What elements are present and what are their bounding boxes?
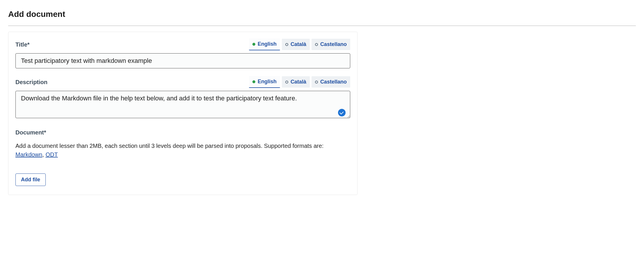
tab-english[interactable]: English	[249, 38, 280, 50]
tab-castellano[interactable]: Castellano	[312, 39, 350, 50]
markdown-link[interactable]: Markdown	[15, 151, 42, 158]
dot-empty-icon	[285, 43, 288, 46]
dot-empty-icon	[315, 81, 318, 84]
help-text-prefix: Add a document lesser than 2MB, each sec…	[15, 143, 323, 149]
dot-filled-icon	[252, 43, 255, 46]
help-text-sep: ,	[42, 151, 45, 158]
tab-english[interactable]: English	[249, 76, 280, 88]
tab-label: Català	[291, 40, 306, 48]
tab-label: English	[258, 78, 277, 86]
title-label: Title*	[15, 40, 30, 49]
document-label: Document*	[15, 128, 46, 137]
document-field-block: Document* Add a document lesser than 2MB…	[15, 128, 350, 186]
document-help-text: Add a document lesser than 2MB, each sec…	[15, 141, 350, 159]
title-field-block: Title* English Català Castellano	[15, 38, 350, 68]
description-input[interactable]	[15, 91, 350, 118]
description-language-tabs: English Català Castellano	[249, 76, 350, 88]
tab-label: Castellano	[320, 40, 347, 48]
dot-empty-icon	[285, 81, 288, 84]
title-label-row: Title* English Català Castellano	[15, 38, 350, 50]
dot-empty-icon	[315, 43, 318, 46]
page-title: Add document	[8, 8, 636, 20]
description-label: Description	[15, 78, 47, 86]
tab-catala[interactable]: Català	[282, 76, 310, 88]
add-file-button[interactable]: Add file	[15, 173, 46, 186]
form-card: Title* English Català Castellano	[8, 32, 358, 195]
tab-catala[interactable]: Català	[282, 39, 310, 50]
divider	[8, 26, 636, 26]
tab-label: Català	[291, 78, 306, 86]
title-input[interactable]	[15, 53, 350, 68]
tab-label: English	[258, 40, 277, 48]
description-label-row: Description English Català Castellano	[15, 76, 350, 88]
tab-castellano[interactable]: Castellano	[312, 76, 350, 88]
dot-filled-icon	[252, 80, 255, 83]
odt-link[interactable]: ODT	[45, 151, 58, 158]
tab-label: Castellano	[320, 78, 347, 86]
description-field-block: Description English Català Castellano	[15, 76, 350, 120]
title-language-tabs: English Català Castellano	[249, 38, 350, 50]
